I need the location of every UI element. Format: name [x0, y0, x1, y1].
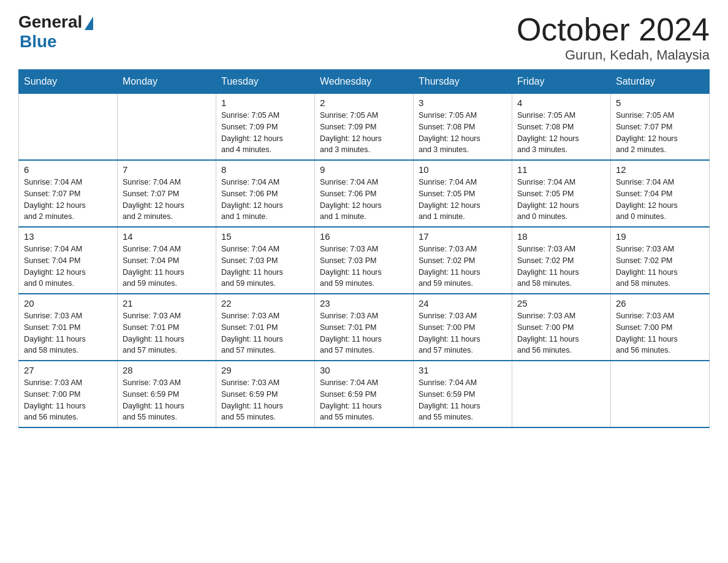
calendar-table: SundayMondayTuesdayWednesdayThursdayFrid…	[18, 69, 710, 428]
day-info: Sunrise: 7:03 AMSunset: 7:00 PMDaylight:…	[419, 310, 507, 356]
day-number: 6	[24, 164, 112, 175]
day-info: Sunrise: 7:05 AMSunset: 7:08 PMDaylight:…	[517, 110, 605, 156]
calendar-cell: 5Sunrise: 7:05 AMSunset: 7:07 PMDaylight…	[611, 94, 710, 161]
day-number: 19	[616, 231, 704, 242]
day-info: Sunrise: 7:03 AMSunset: 7:00 PMDaylight:…	[616, 310, 704, 356]
title-block: October 2024 Gurun, Kedah, Malaysia	[517, 12, 710, 63]
logo: General Blue	[18, 12, 93, 52]
day-number: 16	[320, 231, 408, 242]
day-info: Sunrise: 7:04 AMSunset: 7:04 PMDaylight:…	[24, 243, 112, 289]
calendar-cell: 19Sunrise: 7:03 AMSunset: 7:02 PMDayligh…	[611, 227, 710, 294]
day-info: Sunrise: 7:04 AMSunset: 7:05 PMDaylight:…	[517, 177, 605, 223]
day-number: 22	[221, 298, 309, 308]
calendar-cell: 30Sunrise: 7:04 AMSunset: 6:59 PMDayligh…	[315, 361, 414, 427]
day-number: 23	[320, 298, 408, 308]
week-row: 6Sunrise: 7:04 AMSunset: 7:07 PMDaylight…	[19, 160, 710, 227]
calendar-cell: 27Sunrise: 7:03 AMSunset: 7:00 PMDayligh…	[19, 361, 118, 427]
day-number: 26	[616, 298, 704, 308]
day-number: 29	[221, 365, 309, 375]
calendar-cell: 22Sunrise: 7:03 AMSunset: 7:01 PMDayligh…	[216, 294, 315, 361]
page-title: October 2024	[517, 12, 710, 47]
calendar-cell: 29Sunrise: 7:03 AMSunset: 6:59 PMDayligh…	[216, 361, 315, 427]
day-info: Sunrise: 7:03 AMSunset: 7:01 PMDaylight:…	[221, 310, 309, 356]
day-info: Sunrise: 7:03 AMSunset: 7:00 PMDaylight:…	[517, 310, 605, 356]
day-number: 27	[24, 365, 112, 375]
calendar-cell: 2Sunrise: 7:05 AMSunset: 7:09 PMDaylight…	[315, 94, 414, 161]
day-number: 21	[123, 298, 211, 308]
calendar-cell: 1Sunrise: 7:05 AMSunset: 7:09 PMDaylight…	[216, 94, 315, 161]
calendar-cell: 24Sunrise: 7:03 AMSunset: 7:00 PMDayligh…	[414, 294, 512, 361]
calendar-cell: 12Sunrise: 7:04 AMSunset: 7:04 PMDayligh…	[611, 160, 710, 227]
day-number: 5	[616, 98, 704, 108]
logo-blue-text: Blue	[20, 32, 57, 51]
day-info: Sunrise: 7:03 AMSunset: 7:01 PMDaylight:…	[123, 310, 211, 356]
calendar-day-header: Friday	[512, 70, 611, 94]
calendar-day-header: Wednesday	[315, 70, 414, 94]
day-info: Sunrise: 7:03 AMSunset: 7:03 PMDaylight:…	[320, 243, 408, 289]
day-number: 7	[123, 164, 211, 175]
day-number: 20	[24, 298, 112, 308]
calendar-cell: 7Sunrise: 7:04 AMSunset: 7:07 PMDaylight…	[118, 160, 216, 227]
calendar-cell: 15Sunrise: 7:04 AMSunset: 7:03 PMDayligh…	[216, 227, 315, 294]
day-info: Sunrise: 7:04 AMSunset: 7:06 PMDaylight:…	[320, 177, 408, 223]
calendar-cell: 9Sunrise: 7:04 AMSunset: 7:06 PMDaylight…	[315, 160, 414, 227]
calendar-cell: 23Sunrise: 7:03 AMSunset: 7:01 PMDayligh…	[315, 294, 414, 361]
day-info: Sunrise: 7:04 AMSunset: 7:05 PMDaylight:…	[419, 177, 507, 223]
calendar-cell: 21Sunrise: 7:03 AMSunset: 7:01 PMDayligh…	[118, 294, 216, 361]
day-number: 28	[123, 365, 211, 375]
calendar-cell: 20Sunrise: 7:03 AMSunset: 7:01 PMDayligh…	[19, 294, 118, 361]
calendar-cell: 6Sunrise: 7:04 AMSunset: 7:07 PMDaylight…	[19, 160, 118, 227]
calendar-day-header: Saturday	[611, 70, 710, 94]
calendar-cell: 3Sunrise: 7:05 AMSunset: 7:08 PMDaylight…	[414, 94, 512, 161]
day-number: 13	[24, 231, 112, 242]
day-info: Sunrise: 7:04 AMSunset: 6:59 PMDaylight:…	[419, 377, 507, 423]
calendar-cell: 13Sunrise: 7:04 AMSunset: 7:04 PMDayligh…	[19, 227, 118, 294]
calendar-cell: 18Sunrise: 7:03 AMSunset: 7:02 PMDayligh…	[512, 227, 611, 294]
day-info: Sunrise: 7:04 AMSunset: 6:59 PMDaylight:…	[320, 377, 408, 423]
day-number: 14	[123, 231, 211, 242]
day-info: Sunrise: 7:03 AMSunset: 7:02 PMDaylight:…	[419, 243, 507, 289]
calendar-cell: 10Sunrise: 7:04 AMSunset: 7:05 PMDayligh…	[414, 160, 512, 227]
calendar-day-header: Monday	[118, 70, 216, 94]
day-number: 17	[419, 231, 507, 242]
week-row: 27Sunrise: 7:03 AMSunset: 7:00 PMDayligh…	[19, 361, 710, 427]
day-info: Sunrise: 7:04 AMSunset: 7:04 PMDaylight:…	[123, 243, 211, 289]
day-number: 30	[320, 365, 408, 375]
calendar-cell: 28Sunrise: 7:03 AMSunset: 6:59 PMDayligh…	[118, 361, 216, 427]
week-row: 20Sunrise: 7:03 AMSunset: 7:01 PMDayligh…	[19, 294, 710, 361]
day-number: 9	[320, 164, 408, 175]
day-number: 12	[616, 164, 704, 175]
week-row: 13Sunrise: 7:04 AMSunset: 7:04 PMDayligh…	[19, 227, 710, 294]
calendar-cell	[611, 361, 710, 427]
calendar-cell: 31Sunrise: 7:04 AMSunset: 6:59 PMDayligh…	[414, 361, 512, 427]
calendar-day-header: Sunday	[19, 70, 118, 94]
day-info: Sunrise: 7:04 AMSunset: 7:07 PMDaylight:…	[123, 177, 211, 223]
day-number: 18	[517, 231, 605, 242]
day-info: Sunrise: 7:03 AMSunset: 7:01 PMDaylight:…	[24, 310, 112, 356]
calendar-cell	[512, 361, 611, 427]
calendar-cell: 14Sunrise: 7:04 AMSunset: 7:04 PMDayligh…	[118, 227, 216, 294]
calendar-cell: 26Sunrise: 7:03 AMSunset: 7:00 PMDayligh…	[611, 294, 710, 361]
day-info: Sunrise: 7:04 AMSunset: 7:03 PMDaylight:…	[221, 243, 309, 289]
day-number: 1	[221, 98, 309, 108]
calendar-header-row: SundayMondayTuesdayWednesdayThursdayFrid…	[19, 70, 710, 94]
day-info: Sunrise: 7:03 AMSunset: 7:01 PMDaylight:…	[320, 310, 408, 356]
day-info: Sunrise: 7:03 AMSunset: 6:59 PMDaylight:…	[221, 377, 309, 423]
day-number: 24	[419, 298, 507, 308]
calendar-cell: 25Sunrise: 7:03 AMSunset: 7:00 PMDayligh…	[512, 294, 611, 361]
page-subtitle: Gurun, Kedah, Malaysia	[517, 47, 710, 63]
calendar-cell: 4Sunrise: 7:05 AMSunset: 7:08 PMDaylight…	[512, 94, 611, 161]
logo-general-text: General	[18, 12, 82, 32]
page-header: General Blue October 2024 Gurun, Kedah, …	[18, 12, 710, 63]
calendar-cell: 16Sunrise: 7:03 AMSunset: 7:03 PMDayligh…	[315, 227, 414, 294]
day-number: 11	[517, 164, 605, 175]
day-number: 3	[419, 98, 507, 108]
day-info: Sunrise: 7:03 AMSunset: 7:00 PMDaylight:…	[24, 377, 112, 423]
day-number: 31	[419, 365, 507, 375]
week-row: 1Sunrise: 7:05 AMSunset: 7:09 PMDaylight…	[19, 94, 710, 161]
day-number: 10	[419, 164, 507, 175]
day-info: Sunrise: 7:05 AMSunset: 7:09 PMDaylight:…	[320, 110, 408, 156]
day-info: Sunrise: 7:05 AMSunset: 7:07 PMDaylight:…	[616, 110, 704, 156]
day-number: 2	[320, 98, 408, 108]
day-info: Sunrise: 7:03 AMSunset: 7:02 PMDaylight:…	[616, 243, 704, 289]
